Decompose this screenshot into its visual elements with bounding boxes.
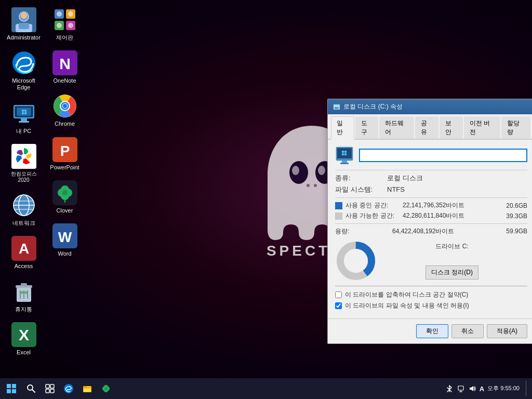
taskbar-clover-button[interactable] — [98, 380, 114, 397]
icon-network[interactable]: 네트워크 — [4, 190, 43, 230]
svg-rect-78 — [342, 153, 344, 155]
svg-line-90 — [32, 390, 35, 392]
icon-chrome[interactable]: Chrome — [45, 90, 84, 130]
tab-tools[interactable]: 도구 — [355, 116, 379, 139]
start-button[interactable] — [3, 380, 20, 397]
drive-name-input[interactable] — [359, 149, 527, 162]
network-tray-icon — [457, 384, 465, 393]
tab-quota[interactable]: 할당량 — [501, 116, 530, 139]
svg-rect-98 — [83, 386, 87, 388]
svg-point-25 — [21, 154, 26, 159]
compress-checkbox[interactable] — [335, 291, 342, 298]
icon-ppt[interactable]: P PowerPoint — [45, 134, 84, 174]
icon-edge[interactable]: Microsoft Edge — [4, 47, 43, 94]
drive-name-row — [335, 146, 527, 165]
icon-edge-label: Microsoft Edge — [6, 77, 41, 91]
svg-rect-85 — [7, 384, 11, 388]
svg-rect-94 — [50, 389, 54, 393]
used-space-row: 사용 중인 공간: 22,141,796,352바이트 20.6GB — [335, 201, 527, 210]
icon-word[interactable]: W Word — [45, 220, 84, 260]
used-space-label: 사용 중인 공간: — [345, 201, 403, 210]
speaker-icon — [468, 384, 476, 393]
svg-point-66 — [62, 190, 68, 195]
divider-2 — [335, 197, 527, 198]
ime-indicator[interactable]: A — [480, 385, 484, 393]
icon-administrator[interactable]: Administrator — [4, 4, 43, 44]
icon-controlpanel[interactable]: 제어판 — [45, 4, 84, 44]
task-view-button[interactable] — [42, 380, 58, 397]
svg-rect-21 — [24, 110, 26, 112]
properties-dialog: 로컬 디스크 (C:) 속성 일반 도구 하드웨어 공유 보안 이전 버전 할당… — [327, 99, 532, 344]
icon-access-label: Access — [15, 263, 33, 270]
capacity-label: 용량: — [335, 227, 392, 236]
taskbar-edge-button[interactable] — [60, 380, 77, 397]
dialog-titlebar-icon — [333, 103, 340, 111]
svg-rect-22 — [22, 112, 24, 114]
svg-text:P: P — [60, 143, 70, 159]
capacity-gb: 59.9GB — [501, 228, 527, 235]
icon-onenote[interactable]: N OneNote — [45, 47, 84, 87]
svg-rect-23 — [24, 112, 26, 114]
apply-button[interactable]: 적용(A) — [487, 324, 527, 338]
tab-general[interactable]: 일반 — [331, 116, 354, 140]
capacity-row: 용량: 64,422,408,192바이트 59.9GB — [335, 227, 527, 236]
icon-clover-label: Clover — [57, 207, 73, 214]
type-value: 로컬 디스크 — [387, 174, 423, 183]
divider-1 — [335, 170, 527, 170]
svg-point-50 — [57, 23, 62, 28]
icon-access[interactable]: A Access — [4, 233, 43, 273]
cancel-button[interactable]: 취소 — [451, 324, 484, 338]
icon-word-label: Word — [58, 250, 71, 257]
svg-point-2 — [292, 166, 299, 175]
svg-rect-99 — [84, 389, 91, 392]
drive-letter-label: 드라이브 C: — [435, 242, 468, 251]
svg-rect-86 — [12, 384, 16, 388]
tab-previous-versions[interactable]: 이전 버전 — [464, 116, 500, 139]
taskbar-time[interactable]: 오후 9:55:00 — [487, 384, 520, 392]
time-display: 오후 9:55:00 — [487, 384, 520, 392]
svg-rect-12 — [19, 23, 29, 29]
filesystem-row: 파일 시스템: NTFS — [335, 185, 527, 194]
icon-excel[interactable]: X Excel — [4, 319, 43, 359]
svg-point-72 — [338, 108, 339, 109]
svg-marker-108 — [470, 386, 473, 391]
donut-chart — [335, 240, 377, 282]
task-view-icon — [45, 384, 55, 393]
dialog-title: 로컬 디스크 (C:) 속성 — [343, 102, 529, 111]
capacity-bytes: 64,422,408,192바이트 — [392, 227, 501, 236]
svg-rect-37 — [21, 283, 27, 286]
icon-hancom[interactable]: 한컴오피스2020 — [4, 141, 43, 187]
tab-security[interactable]: 보안 — [440, 116, 463, 139]
dialog-titlebar: 로컬 디스크 (C:) 속성 — [328, 99, 532, 114]
taskbar-explorer-button[interactable] — [79, 380, 96, 397]
taskbar: A 오후 9:55:00 — [0, 378, 532, 399]
svg-rect-76 — [342, 151, 344, 153]
type-label: 종류: — [335, 174, 387, 183]
icon-controlpanel-label: 제어판 — [56, 34, 73, 41]
compress-label: 이 드라이브를 압축하여 디스크 공간 절약(C) — [345, 290, 468, 299]
used-space-color — [335, 202, 342, 209]
taskbar-clover-icon — [101, 383, 111, 394]
icon-trash-label: 휴지통 — [15, 306, 32, 313]
taskbar-search-button[interactable] — [23, 380, 39, 397]
tab-hardware[interactable]: 하드웨어 — [379, 116, 414, 139]
icon-trash[interactable]: 휴지통 — [4, 276, 43, 316]
icon-mypc[interactable]: 내 PC — [4, 98, 43, 138]
svg-point-5 — [314, 184, 317, 187]
svg-rect-16 — [21, 118, 27, 121]
free-space-row: 사용 가능한 공간: 42,280,611,840바이트 39.3GB — [335, 211, 527, 220]
show-desktop-button[interactable] — [526, 381, 529, 396]
ok-button[interactable]: 확인 — [416, 324, 448, 338]
filesystem-label: 파일 시스템: — [335, 185, 387, 194]
tab-sharing[interactable]: 공유 — [415, 116, 438, 139]
svg-point-104 — [105, 388, 108, 390]
icon-clover[interactable]: Clover — [45, 177, 84, 217]
icon-mypc-label: 내 PC — [16, 128, 31, 135]
search-icon — [26, 384, 36, 393]
bluetooth-icon — [445, 384, 454, 393]
index-checkbox[interactable] — [335, 302, 342, 309]
icon-network-label: 네트워크 — [12, 220, 35, 227]
svg-point-49 — [68, 11, 73, 17]
disk-cleanup-button[interactable]: 디스크 정리(D) — [425, 265, 478, 280]
svg-rect-79 — [344, 153, 347, 155]
